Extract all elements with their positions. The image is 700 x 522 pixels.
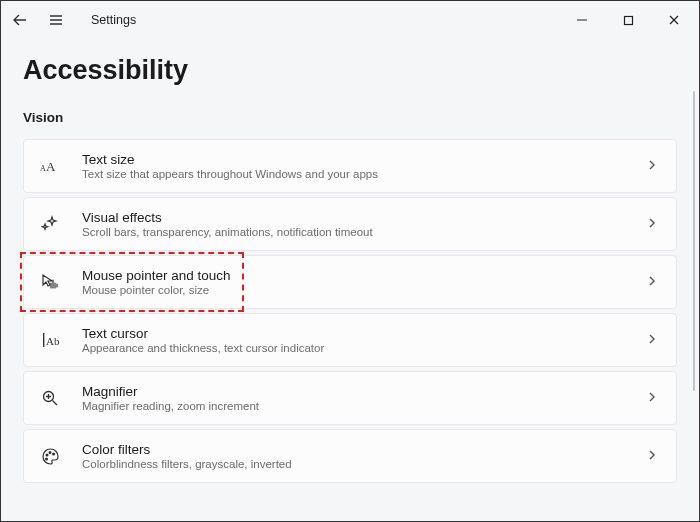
card-subtitle: Appearance and thickness, text cursor in…: [82, 342, 646, 354]
card-title: Text cursor: [82, 326, 646, 341]
card-title: Visual effects: [82, 210, 646, 225]
back-icon[interactable]: [11, 11, 29, 29]
svg-point-8: [52, 453, 54, 455]
sparkle-icon: [36, 210, 64, 238]
svg-rect-3: [43, 333, 44, 347]
window-title: Settings: [91, 13, 136, 27]
magnifier-icon: [36, 384, 64, 412]
scrollbar[interactable]: [693, 91, 695, 391]
svg-text:Ab: Ab: [46, 335, 60, 347]
card-subtitle: Colorblindness filters, grayscale, inver…: [82, 458, 646, 470]
card-title: Magnifier: [82, 384, 646, 399]
setting-magnifier[interactable]: Magnifier Magnifier reading, zoom increm…: [23, 371, 677, 425]
hamburger-icon[interactable]: [47, 11, 65, 29]
svg-point-9: [45, 458, 47, 460]
mouse-pointer-icon: [36, 268, 64, 296]
card-title: Text size: [82, 152, 646, 167]
setting-color-filters[interactable]: Color filters Colorblindness filters, gr…: [23, 429, 677, 483]
setting-text-cursor[interactable]: Ab Text cursor Appearance and thickness,…: [23, 313, 677, 367]
text-size-icon: AA: [36, 152, 64, 180]
chevron-right-icon: [646, 447, 658, 465]
chevron-right-icon: [646, 215, 658, 233]
close-button[interactable]: [651, 5, 697, 35]
svg-point-6: [46, 454, 48, 456]
text-cursor-icon: Ab: [36, 326, 64, 354]
card-title: Mouse pointer and touch: [82, 268, 646, 283]
card-title: Color filters: [82, 442, 646, 457]
svg-point-7: [49, 451, 51, 453]
palette-icon: [36, 442, 64, 470]
setting-mouse-pointer-touch[interactable]: Mouse pointer and touch Mouse pointer co…: [23, 255, 677, 309]
chevron-right-icon: [646, 331, 658, 349]
maximize-button[interactable]: [605, 5, 651, 35]
card-subtitle: Text size that appears throughout Window…: [82, 168, 646, 180]
card-subtitle: Mouse pointer color, size: [82, 284, 646, 296]
page-title: Accessibility: [23, 55, 677, 86]
chevron-right-icon: [646, 389, 658, 407]
titlebar: Settings: [1, 1, 699, 39]
setting-text-size[interactable]: AA Text size Text size that appears thro…: [23, 139, 677, 193]
card-subtitle: Scroll bars, transparency, animations, n…: [82, 226, 646, 238]
card-subtitle: Magnifier reading, zoom increment: [82, 400, 646, 412]
setting-visual-effects[interactable]: Visual effects Scroll bars, transparency…: [23, 197, 677, 251]
chevron-right-icon: [646, 273, 658, 291]
svg-rect-0: [624, 16, 632, 24]
page-content: Accessibility Vision AA Text size Text s…: [1, 55, 699, 483]
svg-text:A: A: [46, 159, 56, 174]
section-header-vision: Vision: [23, 110, 677, 125]
minimize-button[interactable]: [559, 5, 605, 35]
chevron-right-icon: [646, 157, 658, 175]
